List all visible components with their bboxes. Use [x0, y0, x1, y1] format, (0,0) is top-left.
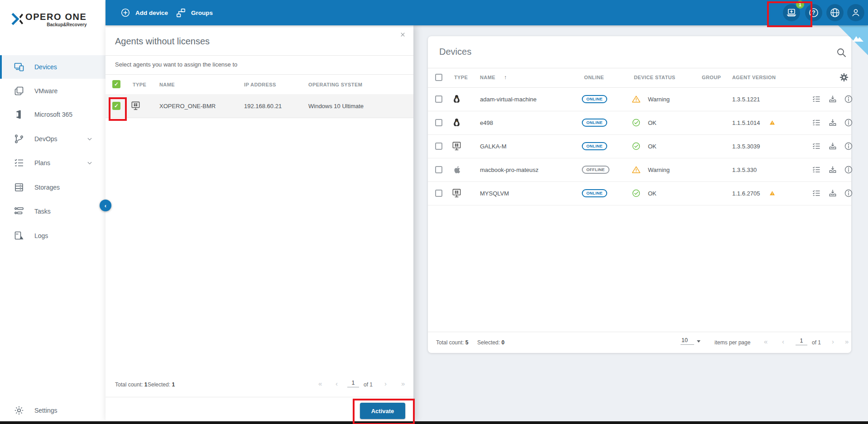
device-restore-button[interactable] — [828, 189, 837, 198]
sidebar-item-storages[interactable]: Storages — [0, 176, 106, 199]
first-page-button[interactable]: « — [764, 338, 767, 345]
add-circle-icon — [120, 8, 130, 18]
agent-version: 1.3.5.330 — [732, 167, 757, 173]
account-button[interactable] — [847, 4, 864, 21]
agent-row-checkbox[interactable]: ✓ — [112, 102, 120, 110]
device-info-button[interactable] — [844, 118, 853, 127]
column-header-group[interactable]: GROUP — [702, 75, 721, 80]
warning-icon — [632, 95, 641, 104]
search-button[interactable] — [836, 47, 847, 58]
table-row[interactable]: GALKA-M ONLINE OK 1.3.5.3039 — [428, 134, 851, 158]
select-all-checkbox[interactable] — [435, 74, 442, 81]
sidebar-item-devices[interactable]: Devices — [0, 55, 106, 79]
device-details-button[interactable] — [812, 189, 821, 198]
page-number-input[interactable] — [347, 380, 359, 387]
column-header-type[interactable]: TYPE — [454, 75, 468, 80]
groups-button[interactable]: Groups — [176, 0, 213, 25]
table-row[interactable]: MYSQLVM ONLINE OK 1.1.6.2705 — [428, 181, 851, 205]
sidebar-item-plans[interactable]: Plans — [0, 151, 106, 175]
column-header-name[interactable]: NAME — [159, 82, 175, 87]
next-page-button[interactable]: › — [832, 338, 834, 345]
select-all-checkbox[interactable]: ✓ — [112, 80, 120, 88]
column-header-os[interactable]: OPERATING SYSTEM — [308, 82, 362, 87]
modal-close-button[interactable] — [397, 29, 408, 40]
device-restore-button[interactable] — [828, 118, 837, 127]
device-info-button[interactable] — [844, 165, 853, 174]
device-info-button[interactable] — [844, 189, 853, 198]
list-check-icon — [812, 142, 821, 151]
sidebar-collapse-button[interactable]: ‹ — [100, 200, 111, 211]
version-warning-icon — [769, 120, 775, 125]
table-row[interactable]: macbook-pro-mateusz OFFLINE Warning 1.3.… — [428, 158, 851, 182]
check-icon: ✓ — [114, 103, 119, 109]
logo-x-mark-icon — [11, 12, 24, 26]
row-checkbox[interactable] — [435, 143, 442, 150]
device-restore-button[interactable] — [828, 95, 837, 104]
prev-page-button[interactable]: ‹ — [782, 338, 784, 345]
row-checkbox[interactable] — [435, 166, 442, 173]
table-settings-button[interactable] — [839, 72, 849, 82]
groups-icon — [176, 8, 186, 18]
device-details-button[interactable] — [812, 95, 821, 104]
device-restore-button[interactable] — [828, 142, 837, 151]
divider — [106, 55, 413, 56]
apple-icon — [452, 164, 462, 175]
column-header-type[interactable]: TYPE — [133, 82, 146, 87]
prev-page-button[interactable]: ‹ — [336, 381, 338, 387]
sidebar-item-settings[interactable]: Settings — [0, 401, 106, 419]
device-details-button[interactable] — [812, 165, 821, 174]
table-row[interactable]: e498 ONLINE OK 1.1.5.1014 — [428, 111, 851, 135]
sidebar-item-tasks[interactable]: Tasks — [0, 200, 106, 223]
microsoft365-icon — [14, 109, 24, 120]
help-button[interactable]: ? — [805, 4, 822, 21]
column-header-status[interactable]: DEVICE STATUS — [634, 75, 676, 80]
last-page-button[interactable]: » — [845, 338, 849, 345]
sidebar-item-devops[interactable]: DevOps — [0, 127, 106, 151]
ok-icon — [632, 142, 641, 151]
ok-icon — [632, 118, 641, 127]
sort-ascending-icon[interactable]: ↑ — [504, 74, 507, 81]
page-number-input[interactable] — [796, 338, 807, 345]
device-info-button[interactable] — [844, 142, 853, 151]
row-checkbox[interactable] — [435, 190, 442, 197]
device-details-button[interactable] — [812, 142, 821, 151]
row-checkbox[interactable] — [435, 119, 442, 126]
column-header-version[interactable]: AGENT VERSION — [732, 75, 776, 80]
app-window: Add device Groups 1 ? — [0, 0, 868, 424]
column-header-name[interactable]: NAME — [480, 75, 495, 80]
bottom-edge-strip — [0, 421, 868, 424]
info-icon — [844, 118, 853, 127]
divider — [428, 68, 851, 68]
first-page-button[interactable]: « — [318, 381, 322, 387]
sidebar-item-label: DevOps — [34, 135, 58, 143]
chevron-left-icon: ‹ — [105, 202, 106, 209]
checklist-icon — [14, 157, 24, 168]
activate-button[interactable]: Activate — [360, 403, 405, 419]
sidebar-item-microsoft365[interactable]: Microsoft 365 — [0, 103, 106, 126]
column-header-online[interactable]: ONLINE — [584, 75, 604, 80]
linux-icon — [451, 94, 462, 105]
device-restore-button[interactable] — [828, 165, 837, 174]
groups-label: Groups — [191, 10, 213, 16]
next-page-button[interactable]: › — [384, 381, 387, 387]
sidebar-item-label: Microsoft 365 — [34, 111, 72, 118]
sidebar-item-logs[interactable]: Logs — [0, 224, 106, 248]
selected-count: Selected: 1 — [148, 381, 175, 388]
items-per-page-select[interactable]: 10 — [681, 337, 700, 345]
device-info-button[interactable] — [844, 95, 853, 104]
device-details-button[interactable] — [812, 118, 821, 127]
linux-icon — [451, 117, 462, 128]
column-header-ip[interactable]: IP ADDRESS — [244, 82, 276, 87]
sidebar-item-label: Settings — [34, 407, 58, 414]
table-row[interactable]: adam-virtual-machine ONLINE Warning 1.3.… — [428, 87, 851, 111]
vmware-copy-icon — [14, 86, 24, 96]
agent-row[interactable]: ✓ XOPERO_ONE-BMR 192.168.60.21 Windows 1… — [106, 94, 413, 118]
add-device-button[interactable]: Add device — [120, 0, 168, 25]
windows-pc-icon — [130, 101, 141, 111]
row-checkbox[interactable] — [435, 95, 442, 103]
language-button[interactable] — [826, 4, 844, 21]
last-page-button[interactable]: » — [401, 381, 405, 387]
devices-panel-title: Devices — [439, 47, 471, 57]
agent-version: 1.3.5.1221 — [732, 96, 760, 103]
sidebar-item-vmware[interactable]: VMware — [0, 79, 106, 103]
